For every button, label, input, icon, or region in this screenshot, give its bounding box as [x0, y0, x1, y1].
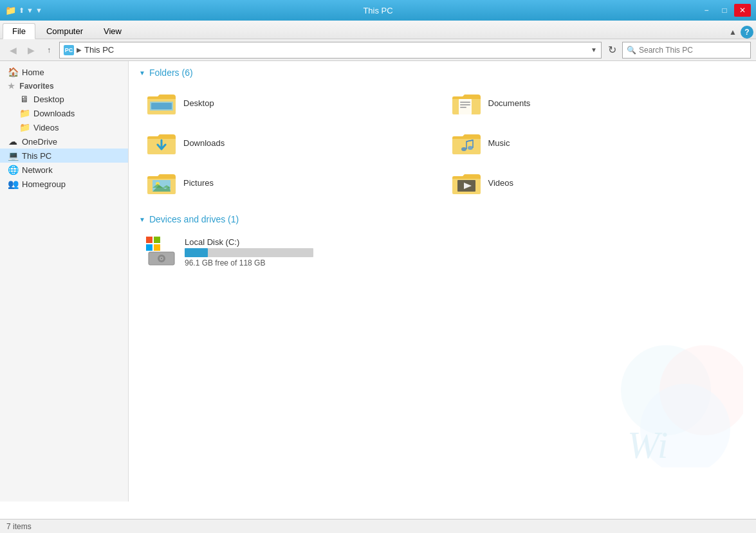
documents-folder-icon [451, 90, 482, 116]
downloads-folder-icon: 📁 [19, 108, 30, 118]
forward-button[interactable]: ▶ [23, 42, 39, 58]
ribbon-tabs: File Computer View ▲ ? [0, 21, 756, 39]
tab-computer[interactable]: Computer [37, 23, 93, 39]
sidebar-item-onedrive[interactable]: ☁ OneDrive [0, 134, 128, 149]
device-space-c: 96.1 GB free of 118 GB [185, 258, 313, 267]
folder-item-pictures[interactable]: Pictures [139, 164, 441, 201]
sidebar-item-downloads[interactable]: 📁 Downloads [0, 106, 128, 120]
network-icon: 🌐 [8, 165, 18, 175]
sidebar-item-videos[interactable]: 📁 Videos [0, 120, 128, 134]
devices-section-label: Devices and drives (1) [149, 214, 239, 224]
videos-folder-icon-main [451, 170, 482, 195]
ribbon-right: ▲ ? [729, 26, 753, 39]
help-button[interactable]: ? [741, 26, 753, 39]
folder-name-videos: Videos [488, 178, 514, 188]
svg-rect-3 [151, 103, 172, 109]
ribbon-collapse-icon[interactable]: ▲ [729, 28, 737, 37]
sidebar-item-label: OneDrive [22, 137, 57, 147]
status-bar: 7 items [0, 519, 756, 533]
windows-watermark: Wi [614, 339, 743, 469]
svg-point-11 [461, 147, 466, 151]
app-icon: 📁 [5, 5, 16, 15]
maximize-button[interactable]: □ [716, 4, 733, 17]
minimize-button[interactable]: − [698, 4, 715, 17]
window-title: This PC [363, 6, 392, 15]
local-disk-icon [146, 237, 177, 267]
devices-collapse-arrow[interactable]: ▼ [139, 216, 145, 223]
address-path[interactable]: PC ▶ This PC ▼ [59, 42, 602, 59]
search-input[interactable] [639, 46, 746, 55]
sidebar-item-network[interactable]: 🌐 Network [0, 163, 128, 177]
svg-rect-7 [460, 104, 470, 105]
folder-item-desktop[interactable]: Desktop [139, 84, 441, 122]
folder-item-videos[interactable]: Videos [444, 164, 746, 201]
folder-name-pictures: Pictures [183, 178, 214, 188]
address-location: This PC [84, 45, 114, 55]
music-folder-icon [451, 130, 482, 156]
main-layout: 🏠 Home ★ Favorites 🖥 Desktop 📁 Downloads… [0, 61, 756, 501]
window-controls: − □ ✕ [698, 4, 751, 17]
devices-section-header: ▼ Devices and drives (1) [139, 214, 746, 224]
svg-point-32 [640, 384, 730, 467]
address-path-icon: PC [64, 45, 74, 55]
up-button[interactable]: ↑ [41, 42, 57, 58]
title-bar: 📁 ⬆ ▼ ▼ This PC − □ ✕ [0, 0, 756, 21]
tab-view[interactable]: View [94, 23, 131, 39]
search-box[interactable]: 🔍 [622, 42, 751, 59]
sidebar-item-desktop[interactable]: 🖥 Desktop [0, 92, 128, 106]
svg-point-29 [161, 258, 162, 259]
device-info-c: Local Disk (C:) 96.1 GB free of 118 GB [185, 237, 313, 267]
device-item-c[interactable]: Local Disk (C:) 96.1 GB free of 118 GB [139, 231, 746, 273]
sidebar-item-label: Network [22, 165, 53, 175]
svg-point-12 [468, 146, 473, 150]
folder-item-downloads[interactable]: Downloads [139, 124, 441, 161]
sidebar-item-label: This PC [22, 151, 51, 161]
sidebar-item-this-pc[interactable]: 💻 This PC [0, 149, 128, 163]
folders-section-header: ▼ Folders (6) [139, 68, 746, 78]
ribbon: File Computer View ▲ ? [0, 21, 756, 39]
svg-rect-22 [154, 237, 160, 243]
device-name-c: Local Disk (C:) [185, 237, 313, 247]
folders-collapse-arrow[interactable]: ▼ [139, 69, 145, 77]
close-button[interactable]: ✕ [734, 4, 751, 17]
folder-name-desktop: Desktop [183, 98, 214, 108]
quick-access-icons: ⬆ ▼ ▼ [19, 6, 42, 15]
svg-point-31 [659, 345, 743, 435]
sidebar-item-home[interactable]: 🏠 Home [0, 65, 128, 79]
title-bar-left: 📁 ⬆ ▼ ▼ [5, 5, 42, 15]
sidebar: 🏠 Home ★ Favorites 🖥 Desktop 📁 Downloads… [0, 61, 129, 501]
svg-rect-21 [146, 237, 152, 243]
folder-name-music: Music [488, 138, 510, 148]
sidebar-item-label: Homegroup [22, 179, 66, 189]
search-icon: 🔍 [627, 46, 636, 55]
svg-rect-24 [154, 244, 160, 251]
back-button[interactable]: ◀ [5, 42, 21, 58]
sidebar-item-homegroup[interactable]: 👥 Homegroup [0, 177, 128, 191]
tab-file[interactable]: File [3, 23, 35, 39]
address-chevron: ▶ [77, 46, 82, 53]
folders-section-label: Folders (6) [149, 68, 193, 78]
home-icon: 🏠 [8, 67, 18, 77]
svg-rect-6 [460, 102, 470, 103]
refresh-button[interactable]: ↻ [604, 42, 620, 58]
svg-rect-23 [146, 244, 152, 251]
svg-rect-8 [460, 107, 466, 108]
this-pc-icon: 💻 [8, 150, 18, 161]
sidebar-item-label: Downloads [33, 109, 75, 118]
downloads-folder-icon-main [146, 130, 177, 156]
onedrive-icon: ☁ [8, 136, 18, 147]
folder-item-documents[interactable]: Documents [444, 84, 746, 122]
folder-item-music[interactable]: Music [444, 124, 746, 161]
sidebar-item-label: Videos [33, 123, 59, 132]
svg-text:Wi: Wi [627, 424, 668, 466]
favorites-star-icon: ★ [8, 82, 15, 91]
videos-folder-icon: 📁 [19, 122, 30, 132]
folder-grid: Desktop Documents [139, 84, 746, 201]
desktop-folder-icon [146, 90, 177, 116]
disk-usage-bar [185, 248, 313, 257]
homegroup-icon: 👥 [8, 179, 18, 189]
item-count: 7 items [6, 522, 32, 531]
sidebar-item-label: Desktop [33, 95, 64, 104]
pictures-folder-icon [146, 170, 177, 195]
address-dropdown-icon[interactable]: ▼ [591, 46, 597, 53]
